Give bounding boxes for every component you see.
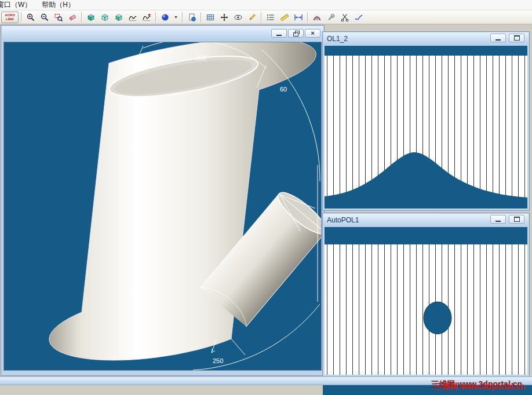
material-dropdown-button[interactable]: ▼ <box>172 12 180 23</box>
window-3d-view: × <box>1 25 324 375</box>
unfold-button[interactable] <box>310 12 323 23</box>
pencil-button[interactable] <box>245 12 258 23</box>
pan-button[interactable] <box>217 12 231 23</box>
zoom-out-button[interactable] <box>38 12 51 23</box>
viewport-pattern-bottom[interactable] <box>325 227 527 375</box>
maximize-icon <box>514 35 520 41</box>
dim-bottom: 250 <box>213 357 223 364</box>
linear-dimension-icon <box>294 13 303 22</box>
new-sheet-icon <box>187 13 196 22</box>
shaded-view-button[interactable] <box>84 12 97 23</box>
wireframe-view-icon <box>100 13 110 22</box>
eye-button[interactable] <box>231 12 245 23</box>
toolbar-separator <box>201 12 201 23</box>
acrolink-label-2: LINK <box>6 17 14 21</box>
window-title: AutoPOL1 <box>327 216 359 224</box>
unfold-pattern-top <box>325 56 527 200</box>
minimize-button[interactable] <box>490 215 506 224</box>
unfold-pattern-bottom <box>325 244 527 375</box>
dim-top: 250 <box>195 54 206 61</box>
zoom-out-icon <box>40 13 49 22</box>
menu-bar: 窗口（W） 帮助（H） <box>0 0 532 10</box>
unfold-hole <box>325 244 527 375</box>
minimize-icon <box>276 35 282 36</box>
restore-button[interactable] <box>288 29 304 38</box>
tools-icon <box>326 13 336 22</box>
zoom-window-icon <box>54 13 63 22</box>
minimize-button[interactable] <box>271 29 287 38</box>
ruler-button[interactable] <box>278 12 291 23</box>
pencil-icon <box>247 13 257 22</box>
zoom-previous-button[interactable] <box>65 12 79 23</box>
close-icon: × <box>311 30 314 36</box>
material-color-button[interactable] <box>158 12 172 23</box>
wireframe-view-button[interactable] <box>98 12 111 23</box>
minimize-icon <box>495 39 501 41</box>
maximize-icon <box>514 217 520 222</box>
unfold-icon <box>312 13 322 22</box>
toolbar-separator <box>182 12 183 23</box>
zoom-window-button[interactable] <box>52 12 65 23</box>
toolbar-separator <box>81 12 82 23</box>
tools-button[interactable] <box>324 12 337 23</box>
menu-help[interactable]: 帮助（H） <box>37 0 80 10</box>
viewport-3d[interactable]: 250 60 250 <box>3 42 322 371</box>
window-pattern-bottom: AutoPOL1 <box>323 213 529 376</box>
minimize-button[interactable] <box>490 34 506 42</box>
3d-scene: 250 60 250 <box>4 42 321 371</box>
window-pattern-top: OL1_2 <box>323 32 529 210</box>
shaded-view-icon <box>86 13 96 22</box>
material-color-icon <box>161 13 170 22</box>
zoom-in-button[interactable] <box>24 12 37 23</box>
toolbar-separator <box>155 12 156 23</box>
solid-view-button[interactable] <box>112 12 125 23</box>
application-window: 窗口（W） 帮助（H） ACRO LINK ▼ <box>0 0 532 395</box>
toolbar-separator <box>261 12 261 23</box>
unfold-cut-curve <box>325 56 527 200</box>
list-button[interactable] <box>264 12 277 23</box>
list-icon <box>266 13 275 22</box>
acrolink-button[interactable]: ACRO LINK <box>1 12 19 23</box>
ruler-icon <box>280 13 289 22</box>
scissors-icon <box>340 13 349 22</box>
restore-icon <box>293 32 298 36</box>
menu-window[interactable]: 窗口（W） <box>0 0 37 10</box>
new-sheet-button[interactable] <box>185 12 198 23</box>
curve-flag-button[interactable] <box>140 12 153 23</box>
watermark-text: 三维网 www.3dportal.cn <box>434 382 525 392</box>
zoom-in-icon <box>26 13 35 22</box>
grid-button[interactable] <box>203 12 217 23</box>
window-title: OL1_2 <box>327 35 348 43</box>
toolbar: ACRO LINK ▼ <box>0 10 532 24</box>
titlebar-3d-view[interactable]: × <box>2 26 323 41</box>
dropdown-arrow-icon: ▼ <box>174 15 178 19</box>
eye-icon <box>234 13 243 22</box>
minimize-icon <box>495 221 501 222</box>
maximize-button[interactable] <box>509 34 524 42</box>
zoom-previous-icon <box>68 13 77 22</box>
toolbar-separator <box>21 12 21 23</box>
toolbar-separator <box>307 12 308 23</box>
curve-flag-icon <box>142 13 151 22</box>
grid-icon <box>206 13 215 22</box>
viewport-pattern-top[interactable] <box>325 46 527 209</box>
scissors-button[interactable] <box>338 12 351 23</box>
sketch-icon <box>354 13 363 22</box>
curve-profile-button[interactable] <box>126 12 139 23</box>
curve-profile-icon <box>128 13 137 22</box>
dim-angle: 60 <box>280 86 287 93</box>
maximize-button[interactable] <box>509 215 524 224</box>
close-button[interactable]: × <box>305 29 320 38</box>
linear-dimension-button[interactable] <box>291 12 305 23</box>
sketch-button[interactable] <box>352 12 365 23</box>
pan-icon <box>220 13 229 22</box>
acrolink-label-1: ACRO <box>5 13 15 17</box>
solid-view-icon <box>114 13 123 22</box>
